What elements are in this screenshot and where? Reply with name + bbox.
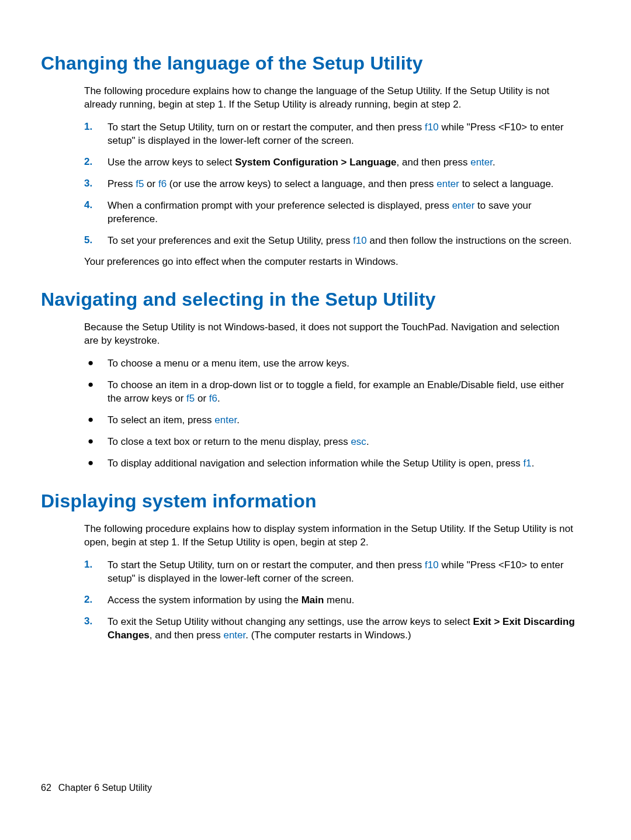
key-enter: enter bbox=[436, 178, 459, 189]
key-f1: f1 bbox=[523, 458, 532, 469]
key-enter: enter bbox=[223, 630, 245, 641]
step-text: Use the arrow keys to select System Conf… bbox=[108, 156, 576, 170]
step-5: 5. To set your preferences and exit the … bbox=[84, 234, 576, 248]
step-4: 4. When a confirmation prompt with your … bbox=[84, 199, 576, 226]
bullet-item: ● To choose an item in a drop-down list … bbox=[84, 379, 576, 406]
heading-navigating: Navigating and selecting in the Setup Ut… bbox=[41, 289, 582, 310]
intro-para: The following procedure explains how to … bbox=[84, 85, 576, 112]
step-text: Press f5 or f6 (or use the arrow keys) t… bbox=[108, 178, 576, 191]
bullet-item: ● To close a text box or return to the m… bbox=[84, 435, 576, 449]
list-number: 3. bbox=[84, 616, 108, 642]
step-2: 2. Use the arrow keys to select System C… bbox=[84, 156, 576, 170]
bullet-item: ● To display additional navigation and s… bbox=[84, 457, 576, 471]
section3-body: The following procedure explains how to … bbox=[84, 523, 576, 642]
key-enter: enter bbox=[214, 414, 237, 426]
list-number: 3. bbox=[84, 178, 108, 191]
bullet-text: To select an item, press enter. bbox=[108, 414, 576, 427]
step-text: To exit the Setup Utility without changi… bbox=[108, 616, 576, 642]
step-text: To set your preferences and exit the Set… bbox=[108, 234, 576, 248]
key-f5: f5 bbox=[136, 178, 144, 189]
step-1: 1. To start the Setup Utility, turn on o… bbox=[84, 559, 576, 586]
step-2: 2. Access the system information by usin… bbox=[84, 594, 576, 607]
ordered-list: 1. To start the Setup Utility, turn on o… bbox=[84, 121, 576, 248]
document-page: Changing the language of the Setup Utili… bbox=[0, 0, 631, 685]
bullet-icon: ● bbox=[84, 379, 108, 406]
bullet-item: ● To choose a menu or a menu item, use t… bbox=[84, 357, 576, 371]
outro-para: Your preferences go into effect when the… bbox=[84, 255, 576, 269]
bullet-item: ● To select an item, press enter. bbox=[84, 414, 576, 427]
key-f6: f6 bbox=[209, 393, 217, 404]
key-f5: f5 bbox=[186, 393, 195, 404]
bullet-list: ● To choose a menu or a menu item, use t… bbox=[84, 357, 576, 471]
page-number: 62 bbox=[41, 783, 51, 793]
bullet-text: To close a text box or return to the men… bbox=[108, 435, 576, 449]
key-f6: f6 bbox=[158, 178, 167, 189]
key-enter: enter bbox=[452, 200, 475, 211]
heading-changing-language: Changing the language of the Setup Utili… bbox=[41, 53, 582, 74]
bullet-icon: ● bbox=[84, 457, 108, 471]
step-3: 3. Press f5 or f6 (or use the arrow keys… bbox=[84, 178, 576, 191]
key-f10: f10 bbox=[353, 235, 367, 246]
intro-para: The following procedure explains how to … bbox=[84, 523, 576, 549]
step-text: When a confirmation prompt with your pre… bbox=[108, 199, 576, 226]
list-number: 1. bbox=[84, 121, 108, 148]
list-number: 4. bbox=[84, 199, 108, 226]
section1-body: The following procedure explains how to … bbox=[84, 85, 576, 269]
bullet-text: To display additional navigation and sel… bbox=[108, 457, 576, 471]
intro-para: Because the Setup Utility is not Windows… bbox=[84, 321, 576, 348]
section2-body: Because the Setup Utility is not Windows… bbox=[84, 321, 576, 471]
step-text: To start the Setup Utility, turn on or r… bbox=[108, 559, 576, 586]
heading-displaying-system-info: Displaying system information bbox=[41, 490, 582, 512]
list-number: 5. bbox=[84, 234, 108, 248]
key-f10: f10 bbox=[425, 559, 439, 571]
key-f10: f10 bbox=[425, 122, 439, 133]
bullet-text: To choose an item in a drop-down list or… bbox=[108, 379, 576, 406]
page-footer: 62Chapter 6 Setup Utility bbox=[41, 783, 152, 793]
bullet-icon: ● bbox=[84, 357, 108, 371]
list-number: 2. bbox=[84, 594, 108, 607]
ordered-list: 1. To start the Setup Utility, turn on o… bbox=[84, 559, 576, 642]
step-text: To start the Setup Utility, turn on or r… bbox=[108, 121, 576, 148]
step-1: 1. To start the Setup Utility, turn on o… bbox=[84, 121, 576, 148]
bullet-icon: ● bbox=[84, 435, 108, 449]
chapter-label: Chapter 6 Setup Utility bbox=[58, 783, 152, 793]
step-3: 3. To exit the Setup Utility without cha… bbox=[84, 616, 576, 642]
bullet-icon: ● bbox=[84, 414, 108, 427]
key-esc: esc bbox=[351, 436, 366, 447]
step-text: Access the system information by using t… bbox=[108, 594, 576, 607]
list-number: 1. bbox=[84, 559, 108, 586]
list-number: 2. bbox=[84, 156, 108, 170]
key-enter: enter bbox=[470, 157, 493, 168]
bullet-text: To choose a menu or a menu item, use the… bbox=[108, 357, 576, 371]
